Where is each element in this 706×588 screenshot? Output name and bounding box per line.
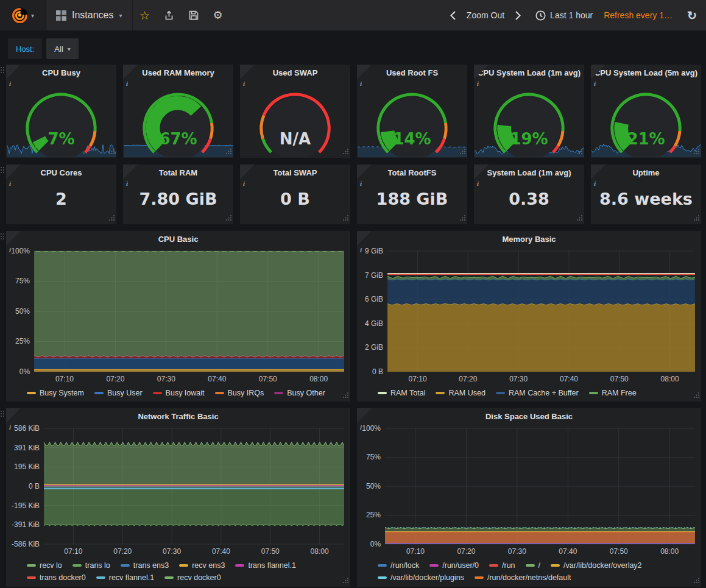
panel-title[interactable]: Disk Space Used Basic — [357, 408, 701, 423]
panel-title[interactable]: CPU System Load (5m avg) — [591, 65, 701, 80]
panel-resize-handle[interactable] — [459, 212, 466, 223]
panel-resize-handle[interactable] — [342, 212, 349, 223]
gauge-body[interactable]: 19% — [474, 80, 584, 158]
time-shift-forward-button[interactable] — [510, 0, 526, 30]
gauge-body[interactable]: 21% — [591, 80, 701, 158]
legend-item[interactable]: /var/lib/docker/overlay2 — [551, 559, 642, 572]
panel-title[interactable]: Total RAM — [123, 165, 233, 180]
row-drag-handle[interactable] — [1, 411, 5, 417]
panel-resize-handle[interactable] — [108, 212, 115, 223]
panel-title[interactable]: Uptime — [591, 165, 701, 180]
legend-item[interactable]: trans lo — [72, 559, 110, 572]
host-variable-select[interactable]: All ▾ — [46, 38, 78, 59]
chart-plot-area[interactable]: 586 KiB391 KiB195 KiB0 B-195 KiB-391 KiB… — [6, 423, 350, 558]
chart-canvas[interactable]: 0 B2 GiB4 GiB6 GiB7 GiB9 GiB07:1007:2007… — [357, 246, 701, 385]
share-button[interactable] — [157, 0, 182, 30]
panel-info-icon[interactable]: i — [474, 65, 489, 79]
panel-resize-handle[interactable] — [693, 212, 700, 223]
panel-info-icon[interactable]: i — [357, 408, 372, 423]
legend-item[interactable]: /var/lib/docker/plugins — [378, 572, 464, 584]
panel-info-icon[interactable]: i — [474, 165, 489, 179]
legend-item[interactable]: Busy System — [27, 387, 84, 399]
legend-item[interactable]: recv ens3 — [179, 559, 225, 572]
panel-resize-handle[interactable] — [342, 389, 349, 400]
legend-item[interactable]: trans docker0 — [27, 572, 86, 584]
settings-button[interactable]: ⚙ — [206, 0, 230, 30]
panel-resize-handle[interactable] — [342, 575, 349, 586]
chart-plot-area[interactable]: 0%25%50%75%100%07:1007:2007:3007:4007:50… — [357, 423, 701, 558]
panel-title[interactable]: Total SWAP — [240, 165, 350, 180]
legend-item[interactable]: /run — [489, 559, 515, 572]
panel-title[interactable]: CPU Busy — [6, 65, 116, 80]
panel-title[interactable]: Total RootFS — [357, 165, 467, 180]
legend-item[interactable]: trans flannel.1 — [235, 559, 296, 572]
row-drag-handle[interactable] — [1, 167, 5, 173]
chart-canvas[interactable]: 0%25%50%75%100%07:1007:2007:3007:4007:50… — [6, 246, 350, 385]
chart-plot-area[interactable]: 0 B2 GiB4 GiB6 GiB7 GiB9 GiB07:1007:2007… — [357, 246, 701, 385]
legend-item[interactable]: Idle — [27, 399, 52, 402]
legend-item[interactable]: Busy IRQs — [215, 387, 264, 399]
legend-item[interactable]: RAM Used — [436, 387, 485, 399]
legend-item[interactable]: Busy User — [94, 387, 143, 399]
legend-item[interactable]: RAM Free — [589, 387, 637, 399]
panel-title[interactable]: System Load (1m avg) — [474, 165, 584, 180]
gauge-body[interactable]: 14% — [357, 80, 467, 158]
panel-info-icon[interactable]: i — [591, 165, 605, 179]
legend-item[interactable]: /run/docker/netns/default — [475, 572, 571, 584]
panel-title[interactable]: Network Traffic Basic — [6, 408, 350, 423]
gauge-body[interactable]: N/A — [240, 80, 350, 158]
panel-info-icon[interactable]: i — [6, 165, 21, 179]
panel-resize-handle[interactable] — [693, 389, 700, 400]
legend-item[interactable]: /run/user/0 — [429, 559, 479, 572]
gauge-body[interactable]: 67% — [123, 80, 233, 158]
panel-info-icon[interactable]: i — [591, 65, 605, 79]
panel-title[interactable]: CPU System Load (1m avg) — [474, 65, 584, 80]
legend-item[interactable]: Busy Iowait — [153, 387, 205, 399]
gear-icon: ⚙ — [213, 10, 222, 21]
panel-resize-handle[interactable] — [225, 212, 232, 223]
panel-info-icon[interactable]: i — [6, 231, 21, 246]
row-drag-handle[interactable] — [1, 67, 5, 73]
panel-info-icon[interactable]: i — [357, 231, 372, 246]
panel-info-icon[interactable]: i — [357, 65, 372, 79]
panel-title[interactable]: CPU Cores — [6, 165, 116, 180]
panel-resize-handle[interactable] — [576, 212, 583, 223]
panel-title[interactable]: Used Root FS — [357, 65, 467, 80]
dashboard-picker[interactable]: Instances ▾ — [46, 0, 133, 30]
time-shift-back-button[interactable] — [445, 0, 461, 30]
refresh-interval-picker[interactable]: Refresh every 1… — [598, 0, 678, 30]
panel-resize-handle[interactable] — [693, 575, 700, 586]
legend-item[interactable]: / — [526, 559, 540, 572]
chart-canvas[interactable]: 586 KiB391 KiB195 KiB0 B-195 KiB-391 KiB… — [6, 423, 350, 558]
legend-item[interactable]: recv docker0 — [164, 572, 221, 584]
zoom-out-button[interactable]: Zoom Out — [461, 0, 510, 30]
panel-info-icon[interactable]: i — [123, 65, 138, 79]
legend-item[interactable]: Busy Other — [274, 387, 325, 399]
row-drag-handle[interactable] — [1, 233, 5, 239]
panel-title[interactable]: Used RAM Memory — [123, 65, 233, 80]
chart-canvas[interactable]: 0%25%50%75%100%07:1007:2007:3007:4007:50… — [357, 423, 701, 558]
gauge-body[interactable]: 7% — [6, 80, 116, 158]
panel-info-icon[interactable]: i — [6, 408, 21, 423]
refresh-button[interactable]: ↻ — [678, 0, 706, 30]
panel-title[interactable]: CPU Basic — [6, 231, 350, 246]
panel-info-icon[interactable]: i — [240, 165, 255, 179]
panel-info-icon[interactable]: i — [6, 65, 21, 79]
legend-item[interactable]: RAM Total — [378, 387, 425, 399]
chart-plot-area[interactable]: 0%25%50%75%100%07:1007:2007:3007:4007:50… — [6, 246, 350, 385]
grafana-menu-button[interactable]: ▾ — [0, 0, 46, 30]
panel-info-icon[interactable]: i — [123, 165, 138, 179]
legend-item[interactable]: trans ens3 — [121, 559, 169, 572]
legend-item[interactable]: SWAP Used — [378, 399, 432, 402]
star-button[interactable]: ☆ — [133, 0, 157, 30]
panel-info-icon[interactable]: i — [240, 65, 255, 79]
legend-item[interactable]: recv lo — [27, 559, 62, 572]
panel-info-icon[interactable]: i — [357, 165, 372, 179]
legend-item[interactable]: recv flannel.1 — [96, 572, 154, 584]
save-button[interactable] — [182, 0, 206, 30]
legend-item[interactable]: RAM Cache + Buffer — [496, 387, 579, 399]
legend-item[interactable]: /run/lock — [378, 559, 419, 572]
panel-title[interactable]: Memory Basic — [357, 231, 701, 246]
time-range-picker[interactable]: Last 1 hour — [530, 0, 598, 30]
panel-title[interactable]: Used SWAP — [240, 65, 350, 80]
